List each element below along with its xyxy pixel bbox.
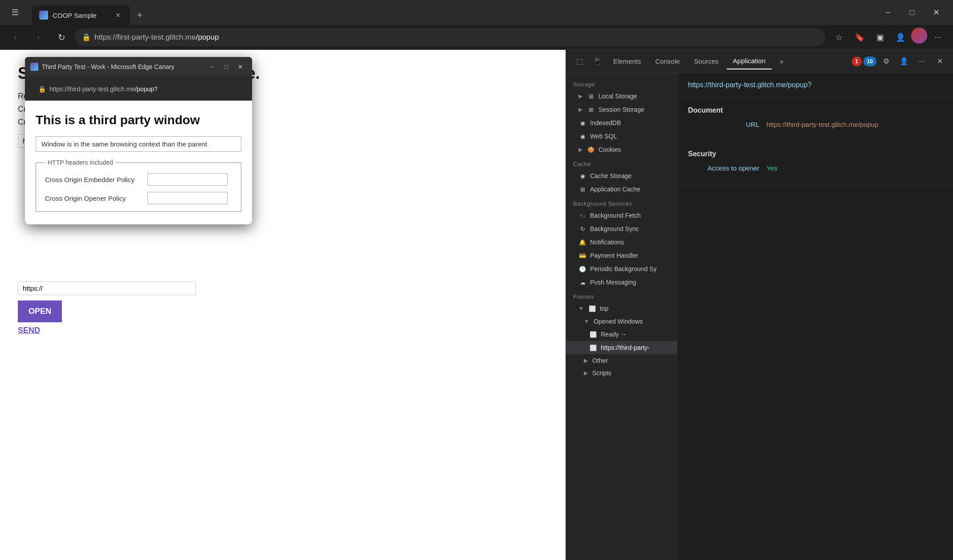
sidebar-bg-fetch[interactable]: ↑↓ Background Fetch	[566, 209, 677, 222]
settings-icon[interactable]: ⚙	[878, 53, 894, 69]
bg-sync-label: Background Sync	[590, 225, 639, 232]
collections-button[interactable]: 🔖	[850, 28, 869, 47]
periodic-icon: 🕐	[578, 265, 586, 273]
refresh-button[interactable]: ↻	[52, 28, 71, 47]
address-highlight: /popup	[196, 33, 219, 41]
sidebar-other[interactable]: ▶ Other	[566, 354, 677, 367]
send-button[interactable]: SEND	[18, 326, 40, 335]
forward-button[interactable]: ›	[29, 28, 48, 47]
local-storage-icon: ⊞	[587, 92, 595, 100]
access-value: Yes	[766, 164, 777, 172]
cache-storage-label: Cache Storage	[590, 172, 631, 179]
star-button[interactable]: ☆	[829, 28, 849, 47]
local-storage-label: Local Storage	[599, 93, 637, 100]
tab-sources-label: Sources	[694, 57, 719, 65]
sidebar-local-storage[interactable]: ▶ ⊞ Local Storage	[566, 89, 677, 103]
third-party-icon: ⬜	[589, 344, 597, 352]
title-bar-left: ☰	[5, 3, 25, 22]
main-url: https://third-party-test.glitch.me/popup…	[677, 73, 953, 97]
frame-icon: ⬜	[588, 304, 596, 312]
popup-address-bar[interactable]: 🔒 https://third-party-test.glitch.me/pop…	[32, 80, 245, 98]
devtools-body: Storage ▶ ⊞ Local Storage ▶ ⊞ Session St…	[566, 73, 953, 560]
notifications-label: Notifications	[590, 239, 624, 246]
tab-elements[interactable]: Elements	[607, 53, 648, 69]
popup-window: Third Party Test - Work - Microsoft Edge…	[25, 57, 252, 224]
browser-window: ☰ COOP Sample ✕ + − □ ✕ ‹ › ↻ 🔒 https://…	[0, 0, 953, 560]
tab-console[interactable]: Console	[649, 53, 686, 69]
avatar[interactable]	[911, 28, 927, 44]
devtools-user-icon[interactable]: 👤	[896, 53, 912, 69]
devtools-more-icon[interactable]: ···	[914, 53, 930, 69]
push-label: Push Messaging	[590, 279, 636, 286]
tab-elements-label: Elements	[613, 57, 641, 65]
notifications-icon: 🔔	[578, 238, 586, 246]
access-row: Access to opener Yes	[688, 164, 942, 172]
bg-fetch-icon: ↑↓	[578, 211, 586, 219]
popup-status	[36, 136, 241, 152]
sidebar-scripts[interactable]: ▶ Scripts	[566, 367, 677, 379]
http-row-coep: Cross Origin Embedder Policy	[45, 173, 232, 186]
popup-maximize[interactable]: □	[220, 61, 232, 73]
url-input-2[interactable]	[18, 281, 196, 295]
indexeddb-label: IndexedDB	[590, 119, 621, 126]
sidebar-session-storage[interactable]: ▶ ⊞ Session Storage	[566, 103, 677, 116]
tab-application[interactable]: Application	[727, 53, 772, 69]
sidebar-web-sql[interactable]: ◉ Web SQL	[566, 130, 677, 143]
sidebar-notifications[interactable]: 🔔 Notifications	[566, 235, 677, 249]
popup-title-text: Third Party Test - Work - Microsoft Edge…	[42, 63, 202, 70]
close-button[interactable]: ✕	[924, 1, 948, 24]
lock-icon: 🔒	[82, 33, 91, 41]
arrow-session-storage: ▶	[578, 106, 582, 113]
web-sql-label: Web SQL	[590, 133, 617, 140]
bg-section-label: Background Services	[566, 196, 677, 209]
coep-input[interactable]	[147, 173, 228, 186]
ready-label: Ready →	[601, 331, 627, 338]
sidebar-periodic-bg[interactable]: 🕐 Periodic Background Sy	[566, 262, 677, 276]
new-tab-button[interactable]: +	[130, 5, 150, 25]
tab-console-label: Console	[656, 57, 680, 65]
sidebar-app-cache[interactable]: ⊞ Application Cache	[566, 183, 677, 196]
sidebar-cache-storage[interactable]: ◉ Cache Storage	[566, 169, 677, 183]
access-key: Access to opener	[688, 164, 759, 172]
sidebar-bg-sync[interactable]: ↻ Background Sync	[566, 222, 677, 235]
popup-window-controls: − □ ✕	[206, 61, 247, 73]
sidebar-ready[interactable]: ⬜ Ready →	[566, 328, 677, 341]
tab-close-button[interactable]: ✕	[113, 10, 123, 20]
profile-button[interactable]: 👤	[891, 28, 910, 47]
more-button[interactable]: ···	[928, 28, 948, 47]
error-badge: 1	[852, 57, 862, 66]
url-value: https://third-party-test.glitch.me/popup	[766, 121, 879, 128]
sidebar-indexeddb[interactable]: ◉ IndexedDB	[566, 116, 677, 130]
coop-input[interactable]	[147, 192, 228, 204]
arrow-scripts: ▶	[584, 370, 588, 376]
wallet-button[interactable]: ▣	[870, 28, 890, 47]
popup-favicon	[30, 63, 38, 71]
popup-heading: This is a third party window	[36, 113, 241, 127]
minimize-button[interactable]: −	[876, 1, 900, 24]
sidebar-toggle[interactable]: ☰	[5, 3, 25, 22]
inspect-icon[interactable]: ⬚	[571, 53, 587, 69]
popup-close[interactable]: ✕	[234, 61, 247, 73]
active-tab[interactable]: COOP Sample ✕	[32, 5, 130, 25]
maximize-button[interactable]: □	[900, 1, 924, 24]
sidebar-opened-windows[interactable]: ▼ Opened Windows	[566, 315, 677, 328]
address-bar[interactable]: 🔒 https://first-party-test.glitch.me/pop…	[75, 28, 826, 46]
popup-addr-plain: https://third-party-test.glitch.me	[49, 85, 135, 93]
web-sql-icon: ◉	[578, 132, 586, 140]
device-icon[interactable]: 📱	[589, 53, 605, 69]
popup-minimize[interactable]: −	[206, 61, 218, 73]
tab-more[interactable]: »	[774, 53, 790, 69]
sidebar-payment-handler[interactable]: 💳 Payment Handler	[566, 249, 677, 262]
sidebar-cookies[interactable]: ▶ 🍪 Cookies	[566, 143, 677, 156]
sidebar-push-messaging[interactable]: ☁ Push Messaging	[566, 276, 677, 289]
document-section-title: Document	[688, 106, 942, 114]
open-button[interactable]: OPEN	[18, 300, 62, 322]
sidebar-third-party[interactable]: ⬜ https://third-party-	[566, 341, 677, 354]
nav-bar: ‹ › ↻ 🔒 https://first-party-test.glitch.…	[0, 25, 953, 50]
back-button[interactable]: ‹	[5, 28, 25, 47]
tab-sources[interactable]: Sources	[688, 53, 725, 69]
opened-windows-label: Opened Windows	[594, 318, 643, 325]
sidebar-frames-top[interactable]: ▼ ⬜ top	[566, 302, 677, 315]
tab-favicon	[39, 11, 48, 20]
devtools-close-icon[interactable]: ✕	[932, 53, 948, 69]
